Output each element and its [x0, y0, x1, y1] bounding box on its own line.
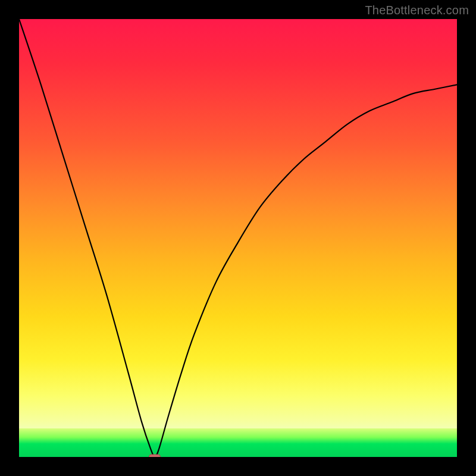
- optimal-point-marker: [149, 455, 161, 458]
- bottleneck-curve: [19, 19, 457, 457]
- watermark-text: TheBottleneck.com: [365, 4, 469, 17]
- plot-area: [19, 19, 457, 457]
- chart-stage: TheBottleneck.com: [0, 0, 476, 476]
